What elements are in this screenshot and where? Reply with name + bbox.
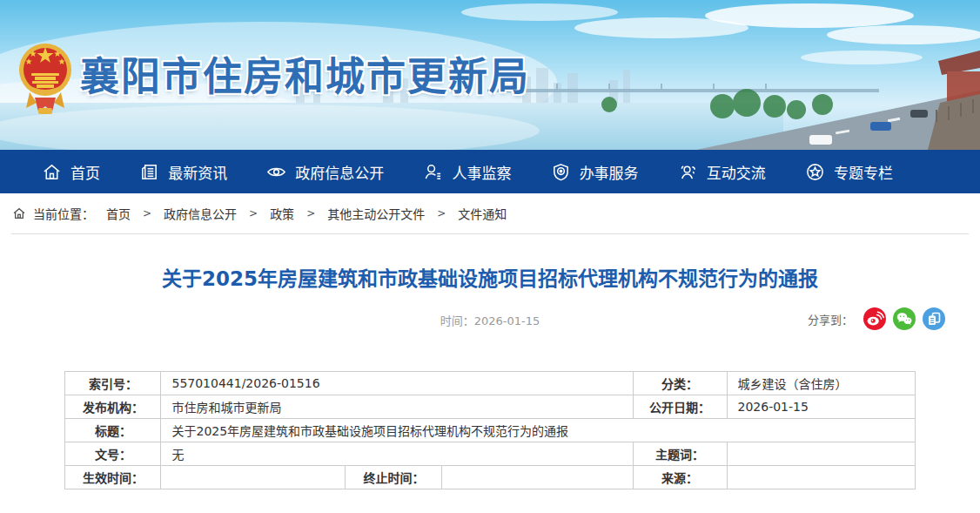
table-row: 文号： 无 主题词： — [65, 442, 915, 466]
table-row: 标题： 关于2025年房屋建筑和市政基础设施项目招标代理机构不规范行为的通报 — [65, 419, 915, 442]
pub-date-label: 公开日期： — [633, 395, 727, 419]
table-row: 发布机构： 市住房和城市更新局 公开日期： 2026-01-15 — [65, 395, 915, 419]
nav-item-gov-info[interactable]: 政府信息公开 — [266, 161, 384, 183]
table-row: 索引号： 557010441/2026-01516 分类： 城乡建设（含住房） — [65, 372, 915, 395]
weibo-share-icon[interactable] — [863, 307, 886, 330]
effective-date-value — [161, 466, 346, 489]
site-banner: 襄阳市住房和城市更新局 — [0, 0, 980, 150]
site-title[interactable]: 襄阳市住房和城市更新局 — [80, 45, 530, 102]
time-value: 2026-01-15 — [474, 314, 540, 327]
publisher-label: 发布机构： — [65, 395, 161, 419]
article-meta: 时间：2026-01-15 分享到： — [0, 307, 980, 332]
home-icon — [42, 162, 62, 182]
end-date-label: 终止时间： — [346, 466, 442, 489]
doc-title-label: 标题： — [65, 419, 161, 442]
nav-label: 人事监察 — [452, 161, 511, 183]
source-label: 来源： — [633, 466, 727, 489]
nav-item-services[interactable]: 办事服务 — [551, 161, 639, 183]
national-emblem-icon — [17, 35, 73, 122]
source-value — [727, 466, 915, 489]
crumb-other-public-docs[interactable]: 其他主动公开文件 — [327, 205, 425, 222]
doc-number-value: 无 — [161, 442, 633, 466]
effective-date-label: 生效时间： — [65, 466, 161, 489]
shield-icon — [551, 162, 571, 182]
nav-item-home[interactable]: 首页 — [42, 161, 100, 183]
table-row: 生效时间： 终止时间： 来源： — [65, 466, 915, 489]
news-icon — [139, 162, 159, 182]
nav-label: 首页 — [70, 161, 100, 183]
crumb-gov-info[interactable]: 政府信息公开 — [164, 205, 237, 222]
pub-date-value: 2026-01-15 — [727, 395, 915, 419]
star-icon — [805, 162, 825, 182]
nav-item-personnel[interactable]: 人事监察 — [423, 161, 511, 183]
document-info-table: 索引号： 557010441/2026-01516 分类： 城乡建设（含住房） … — [64, 371, 915, 489]
doc-number-label: 文号： — [65, 442, 161, 466]
index-number-value: 557010441/2026-01516 — [161, 372, 633, 395]
crumb-policy[interactable]: 政策 — [270, 205, 294, 222]
main-nav: 首页 最新资讯 政府信息公开 人事监察 办事服务 — [0, 150, 980, 193]
page-title: 关于2025年房屋建筑和市政基础设施项目招标代理机构不规范行为的通报 — [0, 262, 980, 292]
article: 关于2025年房屋建筑和市政基础设施项目招标代理机构不规范行为的通报 时间：20… — [0, 262, 980, 489]
crumb-doc-notice[interactable]: 文件通知 — [458, 205, 507, 222]
chat-icon — [678, 162, 698, 182]
end-date-value — [442, 466, 633, 489]
index-number-label: 索引号： — [65, 372, 161, 395]
nav-label: 最新资讯 — [168, 161, 227, 183]
doc-title-value: 关于2025年房屋建筑和市政基础设施项目招标代理机构不规范行为的通报 — [161, 419, 915, 442]
wechat-share-icon[interactable] — [893, 307, 916, 330]
nav-label: 互动交流 — [707, 161, 766, 183]
nav-item-special-topics[interactable]: 专题专栏 — [805, 161, 893, 183]
home-icon — [12, 206, 26, 220]
crumb-separator: > — [143, 207, 151, 219]
copy-share-icon[interactable] — [923, 307, 945, 330]
category-label: 分类： — [633, 372, 727, 395]
nav-label: 专题专栏 — [834, 161, 893, 183]
crumb-separator: > — [437, 207, 446, 219]
person-icon — [423, 162, 443, 182]
nav-label: 办事服务 — [580, 161, 639, 183]
keywords-label: 主题词： — [633, 442, 727, 466]
crumb-separator: > — [249, 207, 258, 219]
time-label: 时间： — [440, 314, 474, 327]
breadcrumb-divider — [11, 233, 969, 234]
nav-item-interaction[interactable]: 互动交流 — [678, 161, 766, 183]
crumb-separator: > — [306, 207, 315, 219]
publisher-value: 市住房和城市更新局 — [161, 395, 633, 419]
keywords-value — [727, 442, 915, 466]
crumb-home[interactable]: 首页 — [106, 205, 131, 222]
nav-item-news[interactable]: 最新资讯 — [139, 161, 227, 183]
share-bar: 分享到： — [808, 307, 945, 330]
category-value: 城乡建设（含住房） — [727, 372, 915, 395]
nav-label: 政府信息公开 — [295, 161, 384, 183]
breadcrumb: 当前位置： 首页 > 政府信息公开 > 政策 > 其他主动公开文件 > 文件通知 — [0, 193, 980, 233]
share-label: 分享到： — [808, 311, 853, 327]
eye-icon — [266, 162, 286, 182]
breadcrumb-prefix: 当前位置： — [33, 205, 94, 222]
